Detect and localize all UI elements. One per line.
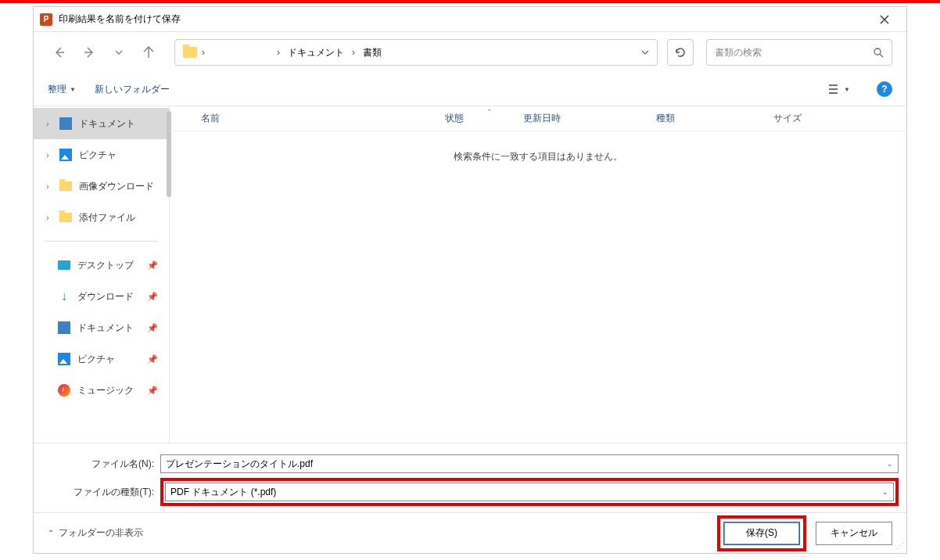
- quick-pictures[interactable]: ピクチャ 📌: [34, 343, 169, 375]
- tree-item-image-download[interactable]: › 画像ダウンロード: [34, 171, 169, 202]
- hide-folders-toggle[interactable]: ⌃ フォルダーの非表示: [48, 526, 143, 540]
- column-kind[interactable]: 種類: [647, 112, 764, 125]
- toolbar: 整理 ▼ 新しいフォルダー ▼ ?: [34, 73, 906, 106]
- titlebar: P 印刷結果を名前を付けて保存: [34, 7, 906, 32]
- pin-icon: 📌: [147, 260, 158, 271]
- cancel-button[interactable]: キャンセル: [816, 522, 892, 545]
- tree-item-documents[interactable]: › ドキュメント: [34, 108, 169, 139]
- filename-section: ファイル名(N): プレゼンテーションのタイトル.pdf ⌄ ファイルの種類(T…: [34, 443, 906, 512]
- folder-icon: [59, 213, 72, 222]
- download-icon: ↓: [57, 289, 71, 303]
- view-menu[interactable]: ▼: [828, 78, 850, 100]
- organize-label: 整理: [48, 83, 66, 96]
- list-view-icon: [828, 84, 841, 95]
- filetype-dropdown[interactable]: PDF ドキュメント (*.pdf) ⌄: [165, 483, 894, 501]
- pin-icon: 📌: [147, 354, 158, 364]
- hide-folders-label: フォルダーの非表示: [59, 526, 143, 540]
- column-headers: ⌃ 名前 状態 更新日時 種類 サイズ: [170, 106, 906, 131]
- tree-label: ピクチャ: [77, 353, 115, 366]
- chevron-up-icon: ⌃: [48, 529, 54, 537]
- quick-documents[interactable]: ドキュメント 📌: [34, 312, 169, 343]
- tree-label: ドキュメント: [77, 321, 134, 335]
- arrow-left-icon: [53, 46, 66, 59]
- filetype-row: ファイルの種類(T): PDF ドキュメント (*.pdf) ⌄: [41, 478, 899, 506]
- sort-indicator-icon: ⌃: [486, 108, 493, 116]
- arrow-up-icon: [142, 46, 155, 59]
- filetype-label: ファイルの種類(T):: [41, 486, 157, 499]
- empty-message: 検索条件に一致する項目はありません。: [170, 150, 906, 163]
- refresh-button[interactable]: [667, 39, 694, 66]
- chevron-down-icon: [115, 48, 123, 56]
- save-as-dialog: P 印刷結果を名前を付けて保存 › › ドキュメント › 書類: [33, 6, 907, 554]
- footer: ⌃ フォルダーの非表示 保存(S) キャンセル: [34, 512, 906, 553]
- chevron-right-icon: ›: [277, 47, 280, 58]
- tree-label: ダウンロード: [77, 290, 134, 303]
- chevron-right-icon: ›: [352, 47, 355, 58]
- desktop-icon: [58, 260, 70, 270]
- resize-grip-icon[interactable]: ⋰: [895, 542, 905, 551]
- help-button[interactable]: ?: [877, 81, 892, 97]
- document-icon: [59, 117, 72, 130]
- close-button[interactable]: [869, 7, 900, 32]
- new-folder-button[interactable]: 新しいフォルダー: [95, 83, 170, 96]
- chevron-down-icon[interactable]: [641, 48, 649, 56]
- breadcrumb-item[interactable]: ドキュメント: [285, 45, 347, 61]
- svg-point-0: [874, 48, 881, 55]
- pin-icon: 📌: [147, 292, 158, 302]
- powerpoint-icon: P: [40, 13, 52, 26]
- music-icon: [58, 384, 70, 397]
- annotation-highlight-filetype: PDF ドキュメント (*.pdf) ⌄: [160, 478, 899, 506]
- chevron-down-icon: ▼: [844, 86, 850, 93]
- search-icon: [873, 47, 884, 58]
- tree-item-attachments[interactable]: › 添付ファイル: [34, 202, 169, 233]
- tree-label: 画像ダウンロード: [79, 180, 154, 193]
- forward-button[interactable]: [77, 41, 101, 64]
- address-bar[interactable]: › › ドキュメント › 書類: [174, 39, 658, 66]
- filename-input[interactable]: プレゼンテーションのタイトル.pdf ⌄: [160, 454, 899, 473]
- close-icon: [880, 15, 889, 24]
- back-button[interactable]: [48, 41, 71, 64]
- pictures-icon: [58, 353, 70, 365]
- file-list-panel: ⌃ 名前 状態 更新日時 種類 サイズ 検索条件に一致する項目はありません。: [170, 106, 906, 443]
- annotation-top-edge: [0, 0, 940, 3]
- pictures-icon: [59, 149, 72, 161]
- tree-label: 添付ファイル: [79, 211, 135, 224]
- chevron-down-icon[interactable]: ⌄: [882, 488, 888, 496]
- folder-icon: [183, 47, 197, 58]
- navigation-tree: › ドキュメント › ピクチャ › 画像ダウンロード › 添付ファイル: [34, 106, 170, 443]
- chevron-down-icon[interactable]: ⌄: [887, 460, 893, 468]
- tree-item-pictures[interactable]: › ピクチャ: [34, 139, 169, 171]
- navigation-row: › › ドキュメント › 書類 書類の検索: [34, 32, 906, 73]
- quick-music[interactable]: ミュージック 📌: [34, 375, 169, 406]
- pin-icon: 📌: [147, 386, 158, 396]
- save-button[interactable]: 保存(S): [723, 522, 800, 545]
- filetype-value: PDF ドキュメント (*.pdf): [170, 486, 276, 499]
- refresh-icon: [674, 46, 687, 59]
- chevron-right-icon[interactable]: ›: [43, 214, 52, 222]
- up-button[interactable]: [137, 41, 160, 64]
- filename-row: ファイル名(N): プレゼンテーションのタイトル.pdf ⌄: [41, 454, 899, 473]
- quick-desktop[interactable]: デスクトップ 📌: [34, 249, 169, 281]
- chevron-down-icon: ▼: [70, 86, 76, 93]
- column-name[interactable]: 名前: [170, 112, 436, 125]
- organize-menu[interactable]: 整理 ▼: [48, 83, 76, 96]
- body: › ドキュメント › ピクチャ › 画像ダウンロード › 添付ファイル: [34, 106, 906, 443]
- search-placeholder: 書類の検索: [715, 46, 762, 59]
- column-size[interactable]: サイズ: [764, 112, 842, 125]
- document-icon: [58, 321, 70, 334]
- breadcrumb-item[interactable]: 書類: [360, 45, 385, 61]
- chevron-right-icon[interactable]: ›: [43, 182, 52, 191]
- quick-downloads[interactable]: ↓ ダウンロード 📌: [34, 281, 169, 312]
- recent-dropdown[interactable]: [107, 41, 131, 64]
- filename-label: ファイル名(N):: [41, 458, 157, 471]
- chevron-right-icon: ›: [202, 47, 205, 58]
- tree-label: ピクチャ: [79, 149, 117, 162]
- chevron-right-icon[interactable]: ›: [43, 120, 52, 128]
- column-status[interactable]: 状態: [436, 112, 514, 125]
- chevron-right-icon[interactable]: ›: [43, 151, 52, 160]
- tree-label: ドキュメント: [79, 117, 135, 131]
- search-input[interactable]: 書類の検索: [706, 39, 892, 66]
- tree-label: デスクトップ: [77, 259, 134, 272]
- column-date[interactable]: 更新日時: [514, 112, 647, 125]
- window-title: 印刷結果を名前を付けて保存: [59, 13, 181, 26]
